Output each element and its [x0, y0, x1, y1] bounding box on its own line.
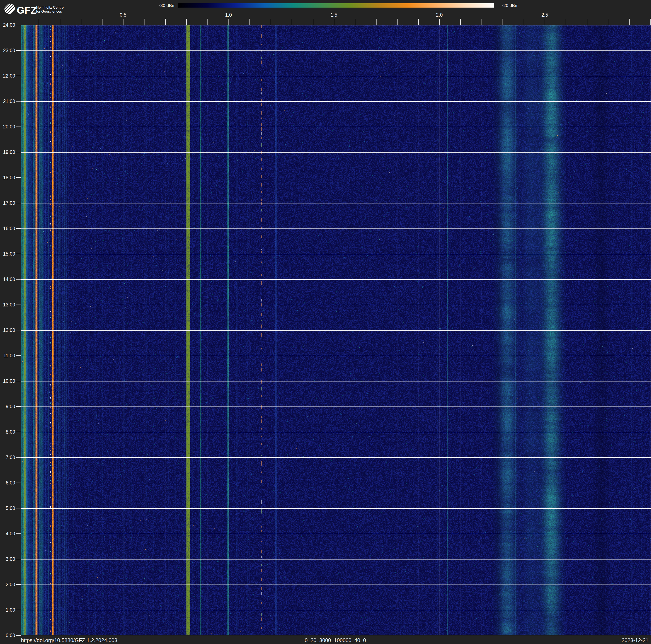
- frequency-tick: [313, 19, 313, 25]
- frequency-tick: [545, 19, 545, 25]
- time-tick-label: 10:00: [0, 378, 15, 384]
- frequency-tick: [376, 19, 376, 25]
- time-tick: [16, 482, 21, 483]
- spectrogram-page: { "header": { "logo": { "acronym": "GFZ"…: [0, 0, 651, 644]
- frequency-tick: [39, 19, 39, 25]
- time-tick: [16, 304, 21, 305]
- frequency-tick: [397, 19, 398, 25]
- gfz-logo-subtitle-line2: for Geosciences: [36, 9, 64, 13]
- frequency-tick-label: 2.5: [541, 12, 548, 18]
- frequency-tick: [165, 19, 166, 25]
- time-tick-label: 8:00: [0, 429, 15, 435]
- frequency-tick: [355, 19, 355, 25]
- time-tick-label: 17:00: [0, 200, 15, 206]
- time-tick-label: 0:00: [0, 633, 15, 638]
- time-tick: [16, 254, 21, 254]
- time-tick-label: 7:00: [0, 455, 15, 460]
- time-tick: [16, 355, 21, 356]
- time-tick-label: 15:00: [0, 251, 15, 257]
- frequency-tick: [271, 19, 271, 25]
- colorbar-min-label: -80 dBm: [159, 3, 176, 7]
- gfz-logo-acronym: GFZ: [17, 5, 37, 16]
- time-tick-label: 18:00: [0, 175, 15, 180]
- time-tick-label: 22:00: [0, 73, 15, 79]
- time-tick: [16, 177, 21, 178]
- frequency-tick: [482, 19, 482, 25]
- time-tick-label: 16:00: [0, 226, 15, 231]
- frequency-tick: [123, 19, 123, 25]
- time-tick: [16, 25, 21, 25]
- frequency-tick-label: 2.0: [436, 12, 443, 18]
- frequency-tick: [650, 19, 651, 25]
- spectrogram-canvas: [21, 25, 651, 635]
- doi-link[interactable]: https://doi.org/10.5880/GFZ.1.2.2024.003: [21, 637, 117, 643]
- frequency-tick: [249, 19, 250, 25]
- time-tick-label: 2:00: [0, 582, 15, 587]
- frequency-tick: [60, 19, 60, 25]
- frequency-tick: [81, 19, 81, 25]
- time-tick-label: 19:00: [0, 149, 15, 155]
- frequency-tick: [228, 19, 229, 25]
- time-tick-label: 5:00: [0, 505, 15, 511]
- time-tick-label: 20:00: [0, 124, 15, 130]
- time-tick: [16, 279, 21, 280]
- time-tick: [16, 584, 21, 585]
- frequency-tick-label: 1.0: [225, 12, 232, 18]
- frequency-tick: [292, 19, 292, 25]
- gfz-logo-subtitle: Helmholtz Centre for Geosciences: [36, 5, 64, 13]
- frequency-tick: [460, 19, 461, 25]
- time-tick: [16, 50, 21, 51]
- time-tick: [16, 126, 21, 127]
- frequency-tick: [439, 19, 440, 25]
- time-tick: [16, 152, 21, 152]
- time-tick: [16, 508, 21, 508]
- frequency-tick-label: 0.5: [120, 12, 126, 18]
- time-tick: [16, 533, 21, 534]
- frequency-tick: [502, 19, 503, 25]
- frequency-tick: [566, 19, 566, 25]
- time-tick-label: 24:00: [0, 22, 15, 28]
- colorbar-gradient: [178, 3, 494, 7]
- time-tick: [16, 76, 21, 76]
- frequency-tick: [587, 19, 587, 25]
- time-tick: [16, 406, 21, 407]
- date-label: 2023-12-21: [622, 637, 649, 643]
- time-tick: [16, 610, 21, 610]
- time-tick: [16, 101, 21, 101]
- time-tick-label: 23:00: [0, 48, 15, 53]
- frequency-tick: [629, 19, 629, 25]
- time-tick-label: 12:00: [0, 327, 15, 333]
- time-tick-label: 14:00: [0, 276, 15, 282]
- frequency-tick: [102, 19, 102, 25]
- header: GFZ Helmholtz Centre for Geosciences -80…: [0, 0, 651, 18]
- frequency-tick: [186, 19, 187, 25]
- time-tick-label: 4:00: [0, 531, 15, 536]
- time-tick-label: 21:00: [0, 98, 15, 104]
- time-tick: [16, 330, 21, 330]
- colorbar-max-label: -20 dBm: [502, 3, 519, 7]
- dataset-id: 0_20_3000_100000_40_0: [305, 637, 366, 643]
- time-tick-label: 3:00: [0, 556, 15, 562]
- frequency-tick: [144, 19, 145, 25]
- time-tick: [16, 559, 21, 559]
- time-tick-label: 9:00: [0, 404, 15, 409]
- time-tick: [16, 635, 21, 636]
- frequency-tick: [608, 19, 608, 25]
- gfz-logo-icon: [4, 3, 15, 14]
- frequency-tick: [334, 19, 334, 25]
- frequency-tick: [208, 19, 208, 25]
- frequency-tick-label: 1.5: [331, 12, 337, 18]
- time-tick: [16, 228, 21, 229]
- time-tick-label: 11:00: [0, 353, 15, 358]
- time-tick: [16, 432, 21, 432]
- time-tick: [16, 381, 21, 381]
- time-tick: [16, 203, 21, 203]
- time-tick-label: 1:00: [0, 607, 15, 613]
- gfz-logo-subtitle-line1: Helmholtz Centre: [36, 5, 64, 9]
- time-tick: [16, 457, 21, 458]
- time-tick-label: 13:00: [0, 302, 15, 308]
- frequency-tick: [418, 19, 419, 25]
- frequency-tick: [524, 19, 524, 25]
- time-tick-label: 6:00: [0, 480, 15, 486]
